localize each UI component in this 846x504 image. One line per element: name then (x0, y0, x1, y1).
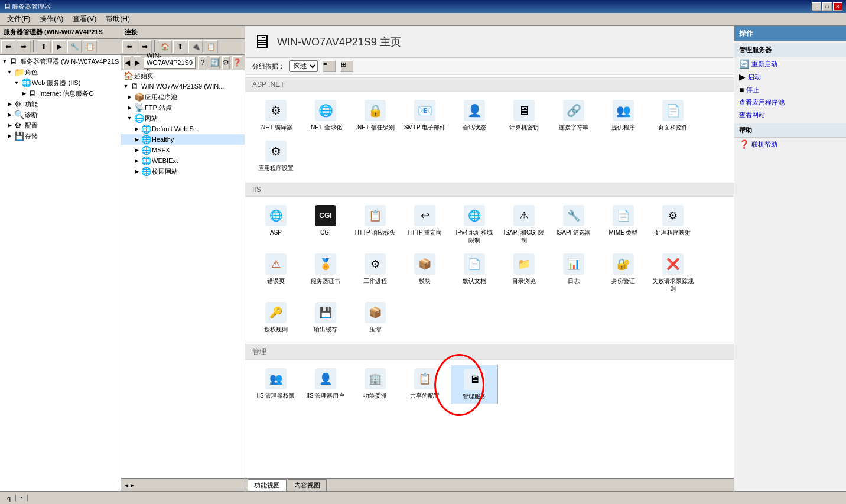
icon-http-redirect[interactable]: ↩ HTTP 重定向 (401, 201, 448, 248)
tb-btn-5[interactable]: 🔧 (67, 40, 82, 53)
expand-icon[interactable]: ▼ (1, 58, 8, 65)
icon-http-headers[interactable]: 📋 HTTP 响应标头 (352, 201, 399, 248)
icon-error-pages[interactable]: ⚠ 错误页 (252, 250, 300, 296)
addr-back-btn[interactable]: ◀ (123, 56, 131, 69)
tree-websites[interactable]: ▼ 🌐 网站 (121, 113, 245, 123)
tree-healthy[interactable]: ▶ 🌐 Healthy (121, 134, 245, 145)
action-online-help[interactable]: ❓ 联机帮助 (734, 138, 846, 151)
action-start[interactable]: ▶ 启动 (734, 70, 846, 83)
stop-link[interactable]: 停止 (746, 86, 759, 95)
icon-authz-rules[interactable]: 🔑 授权规则 (252, 298, 300, 337)
icon-appsettings[interactable]: ⚙ 应用程序设置 (252, 137, 300, 175)
icon-net-globalization[interactable]: 🌐 .NET 全球化 (302, 96, 349, 135)
minimize-button[interactable]: _ (812, 2, 821, 11)
icon-dir-browse[interactable]: 📁 目录浏览 (500, 250, 548, 296)
icon-default-doc[interactable]: 📄 默认文档 (451, 250, 498, 296)
tree-storage[interactable]: ▶ 💾 存储 (1, 131, 119, 141)
icon-mime[interactable]: 📄 MIME 类型 (600, 201, 647, 248)
menu-actions[interactable]: 操作(A) (35, 13, 68, 25)
http-headers-icon: 📋 (365, 205, 386, 226)
icon-pages[interactable]: 📄 页面和控件 (649, 96, 697, 135)
action-view-apppools[interactable]: 查看应用程序池 (734, 96, 846, 109)
tree-msfx[interactable]: ▶ 🌐 MSFX (121, 145, 245, 155)
tb-btn-4[interactable]: ▶ (52, 40, 66, 53)
tree-features[interactable]: ▶ ⚙ 功能 (1, 99, 119, 109)
action-restart[interactable]: 🔄 重新启动 (734, 57, 846, 70)
view-apppools-link[interactable]: 查看应用程序池 (739, 98, 785, 107)
tab-feature-view[interactable]: 功能视图 (248, 479, 287, 491)
view-list-btn[interactable]: ≡ (323, 60, 336, 72)
icon-provider[interactable]: 👥 提供程序 (600, 96, 647, 135)
icon-connstring[interactable]: 🔗 连接字符串 (550, 96, 597, 135)
iis-tree: 🏠 起始页 ▼ 🖥 WIN-WO7AV4P21S9 (WIN... ▶ 📦 应用… (121, 70, 245, 478)
view-icon-btn[interactable]: ⊞ (340, 60, 353, 72)
scroll-left[interactable]: ◀ (123, 483, 129, 488)
icon-compress[interactable]: 📦 压缩 (352, 298, 399, 337)
error-pages-icon: ⚠ (265, 253, 287, 275)
icon-ipv4[interactable]: 🌐 IPv4 地址和域限制 (451, 201, 498, 248)
tree-roles[interactable]: ▼ 📁 角色 (1, 67, 119, 77)
tree-startpage[interactable]: 🏠 起始页 (121, 70, 245, 81)
icon-session[interactable]: 👤 会话状态 (451, 96, 498, 135)
icon-net-trust[interactable]: 🔒 .NET 信任级别 (352, 96, 399, 135)
tb-btn-6[interactable]: 📋 (83, 40, 97, 53)
tree-server-node[interactable]: ▼ 🖥 WIN-WO7AV4P21S9 (WIN... (121, 81, 245, 92)
menu-file[interactable]: 文件(F) (2, 13, 35, 25)
help-btn[interactable]: ? (198, 56, 207, 69)
icon-feature-delegate[interactable]: 🏢 功能委派 (352, 365, 399, 404)
tree-servermanager[interactable]: ▼ 🖥 服务器管理器 (WIN-W07AV4P21S (1, 56, 119, 67)
authz-label: 授权规则 (264, 326, 288, 333)
tree-webiext[interactable]: ▶ 🌐 WEBIExt (121, 155, 245, 166)
title-text: 服务器管理器 (12, 2, 51, 11)
tree-ftp[interactable]: ▶ 📡 FTP 站点 (121, 102, 245, 113)
tab-content-view[interactable]: 内容视图 (288, 479, 327, 491)
addr-extra-btn1[interactable]: 🔄 (210, 56, 220, 69)
conn-tb-btn-6[interactable]: 📋 (204, 40, 218, 53)
icon-cert[interactable]: 🏅 服务器证书 (302, 250, 349, 296)
icon-auth[interactable]: 🔐 身份验证 (600, 250, 647, 296)
tb-btn-2[interactable]: ➡ (17, 40, 31, 53)
tree-webserver[interactable]: ▼ 🌐 Web 服务器 (IIS) (1, 77, 119, 88)
addr-extra-btn2[interactable]: ⚙ (222, 56, 230, 69)
action-view-websites[interactable]: 查看网站 (734, 109, 846, 121)
icon-modules[interactable]: 📦 模块 (401, 250, 448, 296)
action-stop[interactable]: ■ 停止 (734, 83, 846, 96)
restart-link[interactable]: 重新启动 (751, 60, 777, 69)
addr-forward-btn[interactable]: ▶ (134, 56, 141, 69)
icon-smtp[interactable]: 📧 SMTP 电子邮件 (401, 96, 448, 135)
icon-asp[interactable]: 🌐 ASP (252, 201, 300, 248)
maximize-button[interactable]: □ (822, 2, 832, 11)
tb-btn-3[interactable]: ⬆ (37, 40, 51, 53)
menu-help[interactable]: 帮助(H) (101, 13, 135, 25)
icon-iis-mgr-perm[interactable]: 👥 IIS 管理器权限 (252, 365, 300, 404)
icon-failed-req[interactable]: ❌ 失败请求限踪规则 (649, 250, 697, 296)
icon-mgmt-service[interactable]: 🖥 管理服务 (451, 365, 498, 404)
conn-tb-btn-1[interactable]: ⬅ (122, 40, 136, 53)
menu-view[interactable]: 查看(V) (68, 13, 101, 25)
icon-shared-config[interactable]: 📋 共享的配置 (401, 365, 448, 404)
scroll-right[interactable]: ▶ (129, 483, 135, 488)
icon-net-compiler[interactable]: ⚙ .NET 编译器 (252, 96, 300, 135)
start-link[interactable]: 启动 (748, 73, 761, 82)
tree-diag[interactable]: ▶ 🔍 诊断 (1, 109, 119, 120)
tree-config[interactable]: ▶ ⚙ 配置 (1, 120, 119, 131)
addr-extra-btn3[interactable]: ❓ (232, 56, 242, 69)
icon-machinekey[interactable]: 🖥 计算机密钥 (500, 96, 548, 135)
tree-apppool[interactable]: ▶ 📦 应用程序池 (121, 92, 245, 102)
tree-iis[interactable]: ▶ 🖥 Internet 信息服务O (1, 88, 119, 99)
online-help-link[interactable]: 联机帮助 (751, 140, 777, 149)
close-button[interactable]: ✕ (833, 2, 842, 11)
icon-isapi-cgi[interactable]: ⚠ ISAPI 和CGI 限制 (500, 201, 548, 248)
icon-handler-mapping[interactable]: ⚙ 处理程序映射 (649, 201, 697, 248)
tree-campus[interactable]: ▶ 🌐 校园网站 (121, 166, 245, 177)
icon-isapi-filter[interactable]: 🔧 ISAPI 筛选器 (550, 201, 597, 248)
icon-worker-process[interactable]: ⚙ 工作进程 (352, 250, 399, 296)
icon-output-cache[interactable]: 💾 输出缓存 (302, 298, 349, 337)
icon-iis-mgr-user[interactable]: 👤 IIS 管理器用户 (302, 365, 349, 404)
group-select[interactable]: 区域 无 (289, 60, 318, 72)
tree-default-web[interactable]: ▶ 🌐 Default Web S... (121, 123, 245, 134)
view-websites-link[interactable]: 查看网站 (739, 110, 765, 119)
tb-btn-1[interactable]: ⬅ (1, 40, 15, 53)
icon-cgi[interactable]: CGI CGI (302, 201, 349, 248)
icon-log[interactable]: 📊 日志 (550, 250, 597, 296)
